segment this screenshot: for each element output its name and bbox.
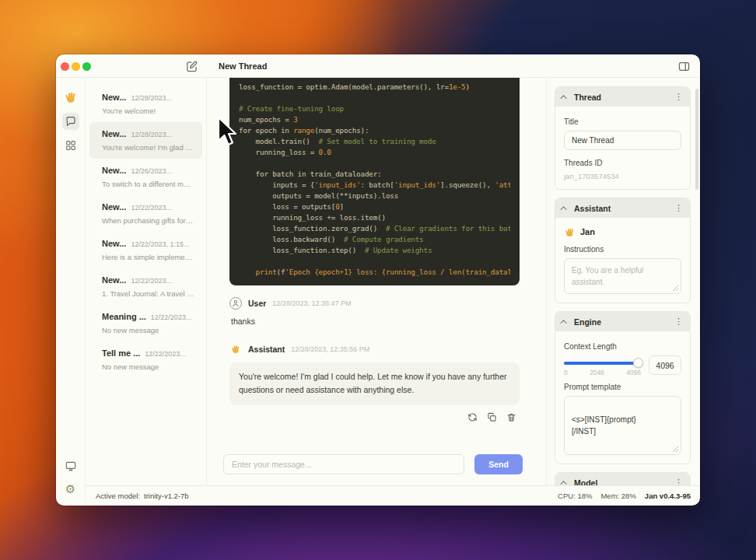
message-text: thanks — [231, 317, 520, 326]
thread-list-item[interactable]: New...12/22/2023...1. Travel Journal: A … — [89, 268, 202, 305]
context-length-slider[interactable] — [564, 362, 641, 365]
thread-preview: No new message — [102, 326, 194, 334]
context-length-label: Context Length — [564, 342, 681, 351]
thread-preview: Here is a simple implementati... — [102, 253, 194, 261]
new-thread-compose-icon[interactable] — [185, 60, 198, 73]
settings-panel: Thread ⋮ Title New Thread Threads ID jan… — [547, 78, 700, 485]
code-line: # Create fine-tuning loop — [239, 103, 510, 114]
sidebar-item-chat[interactable] — [62, 113, 79, 130]
send-button[interactable]: Send — [474, 454, 523, 474]
context-length-value[interactable]: 4096 — [649, 355, 681, 375]
assistant-hand-icon — [564, 226, 575, 237]
resize-handle[interactable] — [673, 285, 678, 291]
message-timestamp: 12/28/2023, 12:35:56 PM — [291, 345, 369, 353]
thread-date: 12/28/2023... — [131, 94, 172, 102]
assistant-settings-card: Assistant ⋮ — [555, 198, 691, 303]
slider-handle[interactable] — [633, 358, 643, 368]
kebab-menu-icon[interactable]: ⋮ — [674, 93, 683, 101]
thread-list-item[interactable]: New...12/26/2023...To switch to a differ… — [89, 159, 202, 195]
engine-card-header[interactable]: Engine ⋮ — [555, 312, 690, 331]
thread-settings-card: Thread ⋮ Title New Thread Threads ID jan… — [555, 86, 691, 190]
prompt-template-value: <s>[INST]{prompt} [/INST] — [572, 415, 636, 436]
code-line: for epoch in range(num_epochs): — [239, 125, 510, 136]
minimize-window-button[interactable] — [72, 62, 80, 71]
resize-handle[interactable] — [673, 446, 678, 452]
code-block: loss_function = optim.Adam(model.paramet… — [229, 78, 520, 285]
thread-title-input[interactable]: New Thread — [564, 131, 681, 150]
code-line — [239, 256, 510, 267]
message-input[interactable] — [223, 454, 464, 474]
code-line — [239, 158, 510, 169]
slider-ticks: 0 2048 4096 — [564, 369, 641, 376]
thread-preview: When purchasing gifts for in-... — [102, 216, 194, 225]
regenerate-icon[interactable] — [467, 411, 478, 422]
active-model-label: Active model: — [96, 492, 140, 500]
collapse-chevron-icon — [560, 320, 566, 326]
thread-list-item[interactable]: New...12/28/2023...You're welcome! I'm g… — [89, 122, 202, 159]
model-card-header[interactable]: Model ⋮ — [555, 473, 690, 485]
system-monitor-icon[interactable] — [62, 457, 79, 474]
kebab-menu-icon[interactable]: ⋮ — [674, 478, 683, 485]
jan-app-window: New Thread — [56, 54, 700, 506]
threads-id-label: Threads ID — [564, 159, 681, 167]
message-author: User — [248, 299, 266, 308]
cpu-usage: CPU: 18% — [558, 492, 592, 500]
panel-scrollbar[interactable] — [695, 89, 698, 190]
desktop-wallpaper: New Thread — [0, 0, 756, 560]
model-settings-card: Model ⋮ Mistral Instruct 7B Q4 Max Token… — [555, 472, 691, 485]
collapse-chevron-icon — [560, 481, 566, 485]
code-line: model.train() # Set model to training mo… — [239, 136, 510, 147]
collapse-chevron-icon — [560, 206, 566, 212]
assistant-message: Assistant 12/28/2023, 12:35:56 PM You're… — [229, 343, 520, 405]
close-window-button[interactable] — [61, 62, 69, 71]
thread-list-item[interactable]: New...12/22/2023...When purchasing gifts… — [89, 195, 202, 232]
zoom-window-button[interactable] — [82, 62, 91, 71]
code-line — [239, 93, 510, 103]
threads-id-value: jan_1703574534 — [564, 172, 681, 180]
thread-date: 12/28/2023... — [131, 131, 172, 138]
left-icon-rail: ⚙ — [56, 78, 86, 505]
thread-list-item[interactable]: Tell me ...12/22/2023...No new message — [89, 341, 202, 378]
thread-card-header[interactable]: Thread ⋮ — [555, 87, 690, 107]
thread-title: New... — [102, 275, 126, 285]
code-line: loss.backward() # Compute gradients — [239, 234, 510, 245]
thread-list-item[interactable]: New...12/28/2023...You're welcome! — [89, 86, 202, 122]
user-avatar-icon — [229, 297, 242, 310]
copy-icon[interactable] — [487, 411, 497, 422]
instructions-placeholder: Eg. You are a helpful assistant. — [572, 266, 643, 286]
kebab-menu-icon[interactable]: ⋮ — [674, 204, 683, 212]
delete-icon[interactable] — [506, 411, 516, 422]
title-field-label: Title — [564, 117, 681, 126]
assistant-card-header[interactable]: Assistant ⋮ — [555, 198, 690, 218]
thread-date: 12/22/2023... — [131, 204, 172, 212]
thread-title: New... — [102, 93, 126, 102]
thread-list-item[interactable]: Meaning ...12/22/2023...No new message — [89, 305, 202, 341]
sidebar-item-hub[interactable] — [62, 137, 79, 154]
settings-gear-icon[interactable]: ⚙ — [62, 480, 79, 497]
app-version: Jan v0.4.3-95 — [645, 492, 691, 500]
collapse-chevron-icon — [560, 95, 566, 101]
jan-logo-hand-icon — [62, 89, 79, 106]
memory-usage: Mem: 28% — [600, 492, 635, 500]
code-line: inputs = {'input_ids': batch['input_ids'… — [239, 180, 510, 191]
assistant-message-bubble: You're welcome! I'm glad I could help. L… — [229, 362, 520, 405]
code-line: outputs = model(**inputs).loss — [239, 191, 510, 201]
thread-title: New... — [102, 239, 126, 248]
code-line: running_loss = 0.0 — [239, 147, 510, 158]
prompt-template-textarea[interactable]: <s>[INST]{prompt} [/INST] — [564, 396, 681, 455]
toggle-right-panel-icon[interactable] — [677, 60, 691, 73]
message-author: Assistant — [248, 345, 285, 354]
card-title: Engine — [574, 317, 601, 327]
code-line: for batch in train_dataloader: — [239, 169, 510, 180]
card-title: Thread — [574, 93, 601, 102]
thread-list-item[interactable]: New...12/22/2023, 1:15...Here is a simpl… — [89, 232, 202, 268]
status-bar: Active model: trinity-v1.2-7b CPU: 18% M… — [86, 485, 700, 505]
card-title: Model — [574, 478, 597, 486]
thread-date: 12/22/2023... — [151, 313, 192, 321]
thread-date: 12/22/2023... — [131, 277, 172, 285]
code-line: loss_function.zero_grad() # Clear gradie… — [239, 223, 510, 234]
instructions-textarea[interactable]: Eg. You are a helpful assistant. — [564, 258, 681, 294]
kebab-menu-icon[interactable]: ⋮ — [674, 317, 683, 326]
thread-preview: No new message — [102, 362, 194, 371]
chat-scroll-area[interactable]: loss_function = optim.Adam(model.paramet… — [207, 78, 546, 448]
